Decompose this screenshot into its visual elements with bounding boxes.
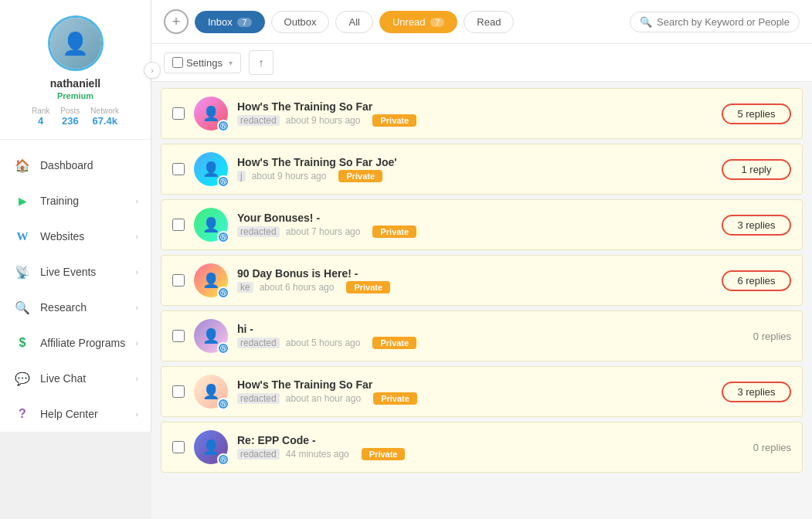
toolbar-row: Settings ▾ ↑ [151, 44, 812, 82]
private-badge: Private [346, 281, 390, 293]
avatar: 👤 [48, 15, 104, 71]
message-time: about 6 hours ago [260, 282, 335, 293]
message-row[interactable]: 👤 ⓗ How's The Training So Far redacted a… [161, 366, 803, 417]
message-row[interactable]: 👤 ⓗ Re: EPP Code - redacted 44 minutes a… [161, 422, 803, 473]
message-sender: redacted [237, 226, 280, 237]
live-events-icon: 📡 [12, 262, 32, 282]
tab-all[interactable]: All [335, 11, 372, 33]
message-checkbox[interactable] [172, 219, 185, 231]
sidebar-item-live-events[interactable]: 📡 Live Events › [0, 254, 151, 290]
message-sender: ke [237, 282, 253, 293]
online-badge: ⓗ [217, 453, 229, 466]
premium-badge: Premium [57, 91, 93, 100]
message-body: hi - redacted about 5 hours ago Private [237, 323, 728, 349]
private-badge: Private [372, 337, 416, 349]
message-title: How's The Training So Far Joe' [237, 156, 712, 168]
online-badge: ⓗ [217, 231, 229, 243]
unread-label: Unread [392, 16, 426, 28]
sidebar-item-research[interactable]: 🔍 Research › [0, 290, 151, 325]
tab-outbox[interactable]: Outbox [271, 11, 330, 33]
sidebar-expand-button[interactable]: › [144, 62, 161, 79]
inbox-label: Inbox [208, 16, 233, 28]
chevron-right-icon: › [135, 196, 138, 205]
message-body: How's The Training So Far Joe' j about 9… [237, 156, 712, 182]
sidebar-item-training[interactable]: ▶ Training › [0, 183, 151, 219]
sidebar-item-dashboard[interactable]: 🏠 Dashboard [0, 148, 151, 183]
sidebar-item-websites[interactable]: W Websites › [0, 219, 151, 254]
sidebar: 👤 nathaniell Premium Rank 4 Posts 236 Ne… [0, 0, 151, 519]
select-all-checkbox[interactable] [172, 57, 183, 68]
message-body: Re: EPP Code - redacted 44 minutes ago P… [237, 434, 728, 460]
archive-up-button[interactable]: ↑ [249, 50, 273, 75]
message-checkbox[interactable] [172, 441, 185, 453]
sidebar-item-label: Websites [40, 230, 84, 243]
settings-checkbox-button[interactable]: Settings ▾ [164, 53, 241, 73]
message-row[interactable]: 👤 ⓗ hi - redacted about 5 hours ago Priv… [161, 310, 803, 361]
message-time: about 9 hours ago [252, 171, 327, 181]
message-avatar: 👤 ⓗ [194, 97, 228, 131]
sidebar-item-affiliate[interactable]: $ Affiliate Programs › [0, 325, 151, 361]
compose-button[interactable]: + [164, 9, 189, 34]
sidebar-item-help[interactable]: ? Help Center › [0, 396, 151, 432]
message-row[interactable]: 👤 ⓗ Your Bonuses! - redacted about 7 hou… [161, 199, 803, 250]
up-arrow-icon: ↑ [258, 56, 263, 69]
chevron-right-icon: › [135, 374, 138, 383]
affiliate-icon: $ [12, 333, 32, 353]
message-meta: redacted 44 minutes ago Private [237, 448, 728, 460]
message-row[interactable]: 👤 ⓗ 90 Day Bonus is Here! - ke about 6 h… [161, 255, 803, 306]
message-meta: j about 9 hours ago Private [237, 170, 712, 182]
online-badge: ⓗ [217, 398, 229, 410]
message-row[interactable]: 👤 ⓗ How's The Training So Far Joe' j abo… [161, 144, 803, 195]
sidebar-item-label: Help Center [40, 408, 98, 420]
help-icon: ? [12, 404, 32, 424]
message-title: Your Bonuses! - [237, 212, 712, 224]
sidebar-item-label: Live Chat [40, 372, 86, 385]
message-time: 44 minutes ago [286, 449, 349, 460]
tab-unread[interactable]: Unread 7 [379, 11, 457, 33]
message-title: How's The Training So Far [237, 378, 712, 391]
chevron-right-icon: › [135, 303, 138, 312]
settings-label: Settings [186, 57, 223, 69]
live-chat-icon: 💬 [12, 368, 32, 388]
message-sender: redacted [237, 115, 280, 126]
inbox-badge: 7 [237, 18, 251, 27]
private-badge: Private [373, 392, 417, 405]
private-badge: Private [372, 114, 416, 127]
message-time: about 7 hours ago [286, 226, 361, 237]
online-badge: ⓗ [217, 342, 229, 354]
unread-badge: 7 [430, 18, 444, 27]
message-title: 90 Day Bonus is Here! - [237, 267, 712, 280]
read-label: Read [477, 16, 501, 28]
replies-badge: 3 replies [722, 215, 791, 236]
message-checkbox[interactable] [172, 385, 185, 398]
message-sender: redacted [237, 338, 280, 348]
dashboard-icon: 🏠 [12, 155, 32, 175]
username: nathaniell [50, 77, 100, 90]
message-checkbox[interactable] [172, 330, 185, 342]
replies-badge: 3 replies [722, 382, 791, 402]
message-row[interactable]: 👤 ⓗ How's The Training So Far redacted a… [161, 88, 803, 139]
search-box[interactable]: 🔍 [630, 12, 800, 32]
chevron-right-icon: › [135, 267, 138, 276]
tab-read[interactable]: Read [464, 11, 514, 33]
message-checkbox[interactable] [172, 163, 185, 175]
profile-area: 👤 nathaniell Premium Rank 4 Posts 236 Ne… [0, 15, 151, 140]
plus-icon: + [172, 14, 181, 30]
replies-count: 0 replies [737, 331, 791, 342]
chevron-right-icon: › [135, 232, 138, 241]
message-body: Your Bonuses! - redacted about 7 hours a… [237, 212, 712, 238]
replies-badge: 6 replies [722, 270, 791, 291]
message-meta: redacted about 5 hours ago Private [237, 337, 728, 349]
private-badge: Private [362, 448, 406, 460]
message-title: Re: EPP Code - [237, 434, 728, 446]
sidebar-item-live-chat[interactable]: 💬 Live Chat › [0, 361, 151, 396]
message-checkbox[interactable] [172, 274, 185, 287]
message-time: about an hour ago [286, 393, 361, 404]
message-checkbox[interactable] [172, 107, 185, 120]
search-input[interactable] [657, 16, 790, 28]
top-bar: + Inbox 7 Outbox All Unread 7 Read 🔍 [151, 0, 812, 44]
message-body: How's The Training So Far redacted about… [237, 378, 712, 405]
nav-menu: 🏠 Dashboard ▶ Training › W Websites › 📡 … [0, 148, 151, 432]
message-avatar: 👤 ⓗ [194, 263, 228, 297]
tab-inbox[interactable]: Inbox 7 [195, 11, 265, 33]
